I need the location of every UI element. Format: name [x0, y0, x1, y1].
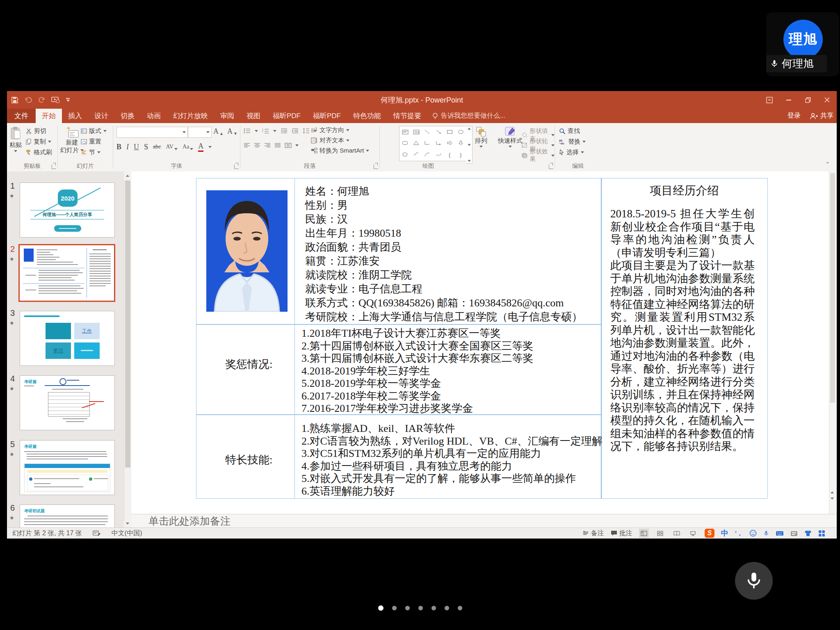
justify-icon[interactable] — [274, 143, 281, 148]
align-right-icon[interactable] — [264, 143, 271, 148]
tell-me-box[interactable]: 告诉我您想要做什么... — [427, 109, 510, 123]
quick-styles-button[interactable]: 快速样式 — [498, 126, 523, 148]
shrink-font-button[interactable]: A▼ — [227, 127, 237, 136]
tab-review[interactable]: 审阅 — [214, 109, 240, 123]
columns-icon[interactable] — [285, 143, 292, 148]
tab-transitions[interactable]: 切换 — [114, 109, 141, 123]
personal-info-textbox[interactable]: 姓名：何理旭 性别：男 民族：汉 出生年月：19980518 政治面貌：共青团员… — [305, 185, 582, 324]
shapes-gallery-scroll[interactable] — [466, 126, 472, 164]
comments-toggle[interactable]: 批注 — [611, 529, 632, 538]
decrease-indent-icon[interactable] — [281, 128, 288, 134]
shape-rounded-rect-icon[interactable] — [402, 140, 408, 146]
project-title[interactable]: 项目经历介绍 — [601, 183, 767, 199]
drawing-dialog-launcher[interactable] — [549, 164, 553, 169]
tab-view[interactable]: 视图 — [240, 109, 267, 123]
numbering-icon[interactable]: 12 — [262, 128, 269, 134]
tab-insert[interactable]: 插入 — [62, 109, 88, 123]
convert-smartart-button[interactable]: 转换为 SmartArt — [311, 147, 369, 155]
shape-arc-icon[interactable] — [424, 152, 430, 157]
collapse-ribbon-icon[interactable]: ⌃ — [825, 161, 830, 167]
tab-slideshow[interactable]: 幻灯片放映 — [167, 109, 214, 123]
shape-elbow-arrow-icon[interactable] — [436, 140, 442, 146]
minimize-icon[interactable] — [779, 91, 798, 109]
ime-chinese-mode[interactable]: 中 — [721, 528, 728, 538]
align-center-icon[interactable] — [254, 143, 260, 148]
shape-elbow-icon[interactable] — [424, 140, 430, 146]
ribbon-display-options-icon[interactable] — [760, 91, 779, 109]
shape-rectangle-icon[interactable] — [447, 129, 453, 135]
sign-in-button[interactable]: 登录 — [788, 112, 801, 120]
ime-emoji-icon[interactable] — [749, 530, 757, 537]
underline-button[interactable]: U — [134, 143, 139, 151]
character-spacing-button[interactable]: AV — [166, 144, 177, 150]
page-dot[interactable] — [392, 606, 397, 610]
thumbnail-slide-3[interactable]: 工作 学习 — [20, 311, 115, 366]
shape-curve-icon[interactable] — [436, 152, 442, 157]
page-dot[interactable] — [445, 606, 449, 610]
skills-label[interactable]: 特长技能: — [225, 452, 291, 467]
font-name-dropdown[interactable] — [116, 127, 188, 138]
section-button[interactable]: 节 — [81, 148, 100, 156]
shape-scribble-icon[interactable] — [413, 152, 419, 157]
copy-button[interactable]: 复制 — [26, 138, 51, 146]
bullets-icon[interactable] — [244, 128, 251, 134]
thumbnail-slide-6[interactable]: 考研初试题 — [20, 504, 115, 527]
tab-foxit-pdf-1[interactable]: 福昕PDF — [267, 109, 307, 123]
restore-icon[interactable] — [798, 91, 817, 109]
grow-font-button[interactable]: A▲ — [213, 127, 224, 136]
slideshow-view-icon[interactable] — [688, 529, 698, 538]
ime-skin-shirt-icon[interactable] — [804, 530, 812, 536]
thumbnail-slide-5[interactable]: 考研篇 — [20, 440, 115, 495]
tab-storyboard[interactable]: 情节提要 — [387, 109, 427, 123]
shapes-gallery[interactable]: A { } — [399, 126, 467, 161]
page-dot[interactable] — [405, 606, 410, 610]
font-dialog-launcher[interactable] — [234, 164, 239, 169]
text-direction-button[interactable]: 文字方向 — [311, 126, 349, 134]
select-button[interactable]: 选择 — [559, 148, 584, 156]
shape-triangle-icon[interactable] — [413, 140, 419, 146]
ime-keyboard-icon[interactable] — [776, 530, 784, 536]
ime-grid-icon[interactable] — [818, 530, 825, 537]
id-photo[interactable] — [206, 190, 288, 312]
ime-punctuation-mode[interactable]: ’， — [735, 530, 743, 537]
thumbnail-slide-1[interactable]: 2020 何理旭——个人简历分享 — [20, 183, 115, 237]
shape-effects-button[interactable]: 形状效果 — [521, 148, 555, 163]
thumbnail-slide-2[interactable] — [18, 244, 115, 302]
layout-button[interactable]: 版式 — [81, 127, 107, 135]
clipboard-dialog-launcher[interactable] — [52, 164, 56, 169]
close-icon[interactable] — [817, 91, 837, 109]
cut-button[interactable]: 剪切 — [26, 127, 46, 135]
slide-area-scrollbar[interactable] — [829, 171, 836, 514]
notes-pane[interactable]: 单击此处添加备注 — [131, 514, 837, 527]
spellcheck-icon[interactable] — [93, 530, 101, 536]
sogou-ime-icon[interactable]: S — [705, 529, 714, 538]
tab-foxit-pdf-2[interactable]: 福昕PDF — [307, 109, 347, 123]
language-indicator[interactable]: 中文(中国) — [112, 529, 142, 538]
find-button[interactable]: 查找 — [559, 127, 580, 135]
shape-down-arrow-icon[interactable] — [458, 140, 464, 146]
tab-design[interactable]: 设计 — [88, 109, 114, 123]
page-dot-active[interactable] — [378, 605, 383, 611]
format-painter-button[interactable]: 格式刷 — [26, 148, 52, 156]
thumbnail-scroll-up-icon[interactable] — [124, 171, 131, 180]
increase-indent-icon[interactable] — [292, 128, 299, 134]
reading-view-icon[interactable] — [672, 529, 682, 538]
notes-toggle[interactable]: 备注 — [582, 529, 604, 538]
shape-line-icon[interactable] — [424, 129, 430, 135]
font-color-button[interactable]: A — [198, 142, 203, 152]
italic-button[interactable]: I — [126, 143, 129, 151]
skills-textbox[interactable]: 1.熟练掌握AD、keil、IAR等软件 2.对C语言较为熟练，对Verilog… — [301, 422, 603, 498]
tab-file[interactable]: 文件 — [7, 109, 36, 123]
awards-label[interactable]: 奖惩情况: — [225, 357, 291, 372]
ime-mic-icon[interactable] — [763, 530, 769, 537]
page-dot[interactable] — [458, 606, 462, 610]
project-textbox[interactable]: 2018.5-2019-5 担任大学生创新创业校企合作项目“基于电导率的地沟油检… — [610, 208, 755, 453]
shape-right-arrow-icon[interactable] — [447, 140, 453, 146]
thumbnail-scrollbar-thumb[interactable] — [125, 180, 130, 468]
new-slide-button[interactable]: 新建 幻灯片 — [60, 126, 84, 154]
replace-button[interactable]: abac 替换 — [559, 138, 586, 146]
awards-textbox[interactable]: 1.2018年TI杯电子设计大赛江苏赛区一等奖 2.第十四届博创杯嵌入式设计大赛… — [301, 327, 534, 415]
align-text-button[interactable]: 对齐文本 — [311, 137, 349, 144]
reset-button[interactable]: 重置 — [81, 138, 101, 146]
text-shadow-button[interactable]: S — [144, 143, 148, 151]
